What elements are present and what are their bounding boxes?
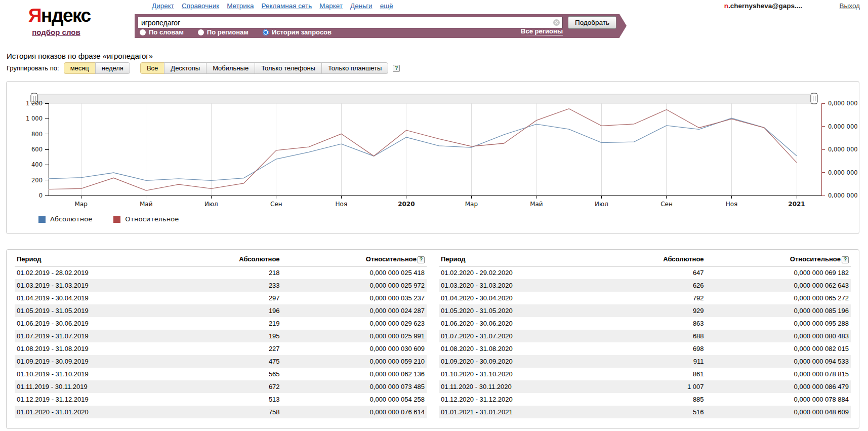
relative-cell: 0,000 000 035 237: [295, 292, 427, 304]
clear-input-icon[interactable]: ✕: [553, 19, 560, 26]
series-line-1: [49, 109, 797, 191]
search-mode-2[interactable]: История запросов: [263, 28, 332, 36]
filters-row: Группировать по: месяцнеделя ВсеДесктопы…: [7, 62, 400, 74]
nav-link-1[interactable]: Справочник: [182, 2, 219, 10]
nav-link-0[interactable]: Директ: [152, 2, 174, 10]
search-mode-label: История запросов: [272, 28, 332, 36]
group-by-button-1[interactable]: неделя: [95, 62, 130, 74]
table-row: 01.11.2019 - 30.11.20196720,000 000 073 …: [15, 380, 427, 393]
nav-link-6[interactable]: ещё: [380, 2, 393, 10]
table-row: 01.06.2020 - 30.06.20208630,000 000 095 …: [439, 317, 851, 330]
period-tables: ПериодАбсолютноеОтносительное?01.02.2019…: [15, 252, 851, 418]
right-axis-tick-label: 0,000 000 1: [828, 100, 859, 107]
relative-cell: 0,000 000 025 418: [295, 266, 427, 279]
period-cell: 01.11.2019 - 30.11.2019: [15, 380, 174, 393]
period-cell: 01.05.2020 - 31.05.2020: [439, 304, 598, 317]
device-button-0[interactable]: Все: [140, 62, 164, 74]
filters-help-icon[interactable]: ?: [393, 65, 400, 72]
submit-button[interactable]: Подобрать: [568, 16, 616, 29]
all-regions-link[interactable]: Все регионы: [521, 27, 563, 35]
search-mode-label: По регионам: [207, 28, 249, 36]
wordstat-home-link[interactable]: подбор слов: [32, 28, 80, 36]
device-button-2[interactable]: Мобильные: [206, 62, 255, 74]
absolute-cell: 227: [174, 342, 295, 355]
left-axis-tick-label: 0: [39, 192, 43, 199]
relative-cell: 0,000 000 030 609: [295, 342, 427, 355]
table-row: 01.07.2020 - 31.07.20206880,000 000 080 …: [439, 330, 851, 342]
period-cell: 01.07.2020 - 31.07.2020: [439, 330, 598, 342]
device-button-4[interactable]: Только планшеты: [321, 62, 388, 74]
table-row: 01.11.2020 - 30.11.20201 0070,000 000 08…: [439, 380, 851, 393]
relative-cell: 0,000 000 094 533: [719, 355, 851, 368]
x-axis-tick-label: 2020: [398, 201, 415, 208]
absolute-cell: 698: [598, 342, 719, 355]
column-header-2: Относительное?: [295, 252, 427, 266]
search-input[interactable]: [138, 17, 563, 28]
left-axis-tick-label: 1 000: [26, 115, 43, 122]
absolute-cell: 647: [598, 266, 719, 279]
legend-label: Абсолютное: [50, 215, 92, 223]
left-axis-tick-label: 200: [31, 177, 43, 184]
relative-cell: 0,000 000 048 609: [719, 406, 851, 418]
search-mode-1[interactable]: По регионам: [198, 28, 249, 36]
absolute-cell: 475: [174, 355, 295, 368]
period-cell: 01.03.2020 - 31.03.2020: [439, 279, 598, 292]
relative-help-icon[interactable]: ?: [842, 256, 849, 263]
left-axis-tick-label: 600: [31, 146, 43, 153]
absolute-cell: 1 007: [598, 380, 719, 393]
nav-link-4[interactable]: Маркет: [319, 2, 343, 10]
table-row: 01.08.2020 - 31.08.20206980,000 000 082 …: [439, 342, 851, 355]
absolute-cell: 565: [174, 368, 295, 380]
logo-first-letter: Я: [28, 5, 41, 26]
absolute-cell: 297: [174, 292, 295, 304]
table-row: 01.01.2020 - 31.01.20207580,000 000 076 …: [15, 406, 427, 418]
logout-link[interactable]: Выход: [840, 2, 860, 10]
group-by-button-0[interactable]: месяц: [64, 62, 96, 74]
absolute-cell: 792: [598, 292, 719, 304]
radio-icon[interactable]: [198, 29, 204, 35]
absolute-cell: 196: [174, 304, 295, 317]
nav-link-2[interactable]: Метрика: [227, 2, 254, 10]
relative-help-icon[interactable]: ?: [418, 256, 425, 263]
period-table-right: ПериодАбсолютноеОтносительное?01.02.2020…: [439, 252, 851, 418]
logo: Яндекс подбор слов: [28, 6, 84, 37]
absolute-cell: 516: [598, 406, 719, 418]
nav-link-3[interactable]: Рекламная сеть: [262, 2, 312, 10]
legend-item-0: Абсолютное: [38, 215, 92, 223]
table-row: 01.02.2020 - 29.02.20206470,000 000 069 …: [439, 266, 851, 279]
yandex-logo[interactable]: Яндекс: [28, 6, 84, 25]
group-by-label: Группировать по:: [7, 64, 59, 72]
period-cell: 01.03.2019 - 31.03.2019: [15, 279, 174, 292]
search-mode-0[interactable]: По словам: [140, 28, 184, 36]
radio-icon[interactable]: [140, 29, 146, 35]
period-cell: 01.09.2020 - 30.09.2020: [439, 355, 598, 368]
table-row: 01.07.2019 - 31.07.20191950,000 000 025 …: [15, 330, 427, 342]
absolute-cell: 195: [174, 330, 295, 342]
table-row: 01.12.2019 - 31.12.20195130,000 000 054 …: [15, 393, 427, 406]
column-header-0: Период: [15, 252, 174, 266]
table-row: 01.10.2019 - 31.10.20195650,000 000 062 …: [15, 368, 427, 380]
table-row: 01.03.2020 - 31.03.20206260,000 000 062 …: [439, 279, 851, 292]
nav-link-5[interactable]: Деньги: [350, 2, 373, 10]
device-button-3[interactable]: Только телефоны: [255, 62, 322, 74]
table-row: 01.04.2019 - 30.04.20192970,000 000 035 …: [15, 292, 427, 304]
slider-handle-right[interactable]: [811, 93, 817, 104]
device-buttons: ВсеДесктопыМобильныеТолько телефоныТольк…: [140, 62, 388, 74]
table-row: 01.05.2019 - 31.05.20191960,000 000 024 …: [15, 304, 427, 317]
relative-cell: 0,000 000 076 614: [295, 406, 427, 418]
relative-cell: 0,000 000 054 258: [295, 393, 427, 406]
radio-selected-icon[interactable]: [263, 29, 269, 35]
period-cell: 01.06.2019 - 30.06.2019: [15, 317, 174, 330]
column-header-2: Относительное?: [719, 252, 851, 266]
x-axis-tick-label: Сен: [270, 201, 282, 208]
right-axis-tick-label: 0,000 000 02: [828, 192, 859, 199]
relative-cell: 0,000 000 025 991: [295, 330, 427, 342]
series-line-0: [49, 118, 797, 180]
table-row: 01.08.2019 - 31.08.20192270,000 000 030 …: [15, 342, 427, 355]
legend-label: Относительное: [125, 215, 179, 223]
range-slider-track[interactable]: [38, 94, 811, 103]
device-button-1[interactable]: Десктопы: [164, 62, 206, 74]
table-row: 01.09.2019 - 30.09.20194750,000 000 059 …: [15, 355, 427, 368]
absolute-cell: 219: [174, 317, 295, 330]
relative-cell: 0,000 000 095 288: [719, 317, 851, 330]
